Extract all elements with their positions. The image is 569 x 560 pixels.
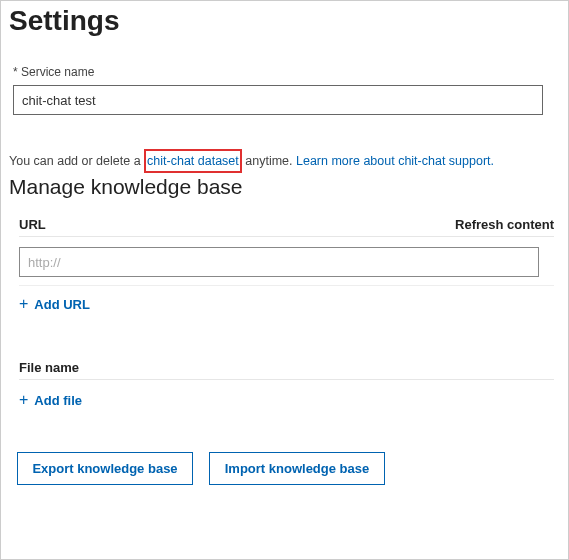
url-row-header: URL Refresh content (19, 217, 554, 237)
desc-mid: anytime. (242, 154, 296, 168)
add-file-label: Add file (34, 393, 82, 408)
file-name-header: File name (19, 360, 554, 380)
export-kb-button[interactable]: Export knowledge base (17, 452, 193, 485)
refresh-column-header: Refresh content (455, 217, 554, 232)
chit-chat-dataset-link[interactable]: chit-chat dataset (147, 154, 239, 168)
plus-icon: + (19, 392, 28, 408)
chit-chat-dataset-highlight: chit-chat dataset (144, 149, 242, 173)
chit-chat-description: You can add or delete a chit-chat datase… (9, 149, 560, 173)
kb-actions-row: Export knowledge base Import knowledge b… (17, 452, 560, 485)
service-name-input[interactable] (13, 85, 543, 115)
add-file-button[interactable]: + Add file (19, 390, 82, 410)
page-title: Settings (9, 5, 560, 37)
url-column-header: URL (19, 217, 46, 232)
url-input[interactable] (19, 247, 539, 277)
plus-icon: + (19, 296, 28, 312)
learn-more-link[interactable]: Learn more about chit-chat support. (296, 154, 494, 168)
add-url-button[interactable]: + Add URL (19, 294, 90, 314)
desc-prefix: You can add or delete a (9, 154, 144, 168)
manage-kb-heading: Manage knowledge base (9, 175, 560, 199)
add-url-label: Add URL (34, 297, 90, 312)
divider (19, 285, 554, 286)
kb-section: URL Refresh content + Add URL File name … (9, 217, 560, 410)
import-kb-button[interactable]: Import knowledge base (209, 452, 385, 485)
service-name-label: * Service name (13, 65, 560, 79)
